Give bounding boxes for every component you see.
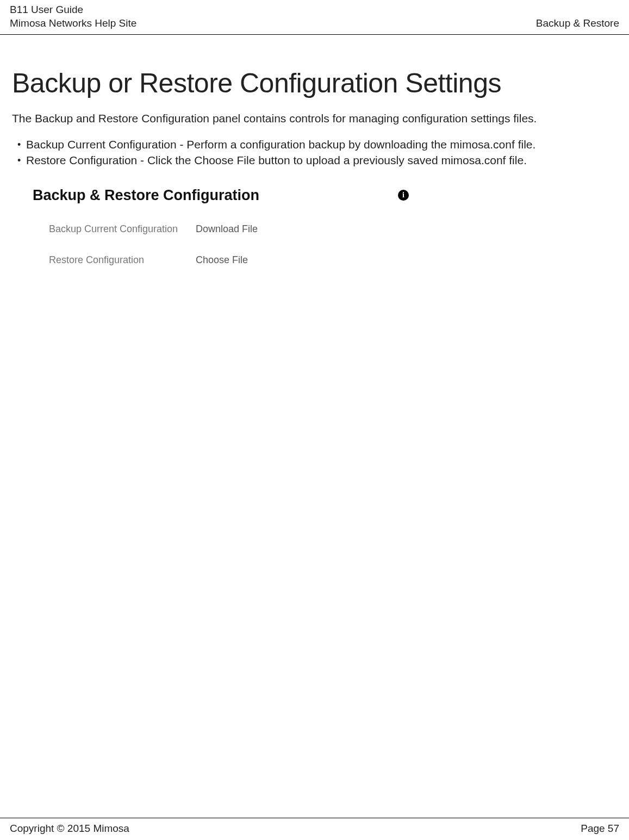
choose-file-button[interactable]: Choose File (196, 254, 248, 266)
page-footer: Copyright © 2015 Mimosa Page 57 (0, 818, 629, 835)
panel-row: Backup Current Configuration Download Fi… (49, 223, 413, 235)
bullet-list: Backup Current Configuration - Perform a… (12, 136, 617, 169)
list-item: Backup Current Configuration - Perform a… (26, 136, 617, 152)
header-guide-name: B11 User Guide (10, 3, 136, 17)
download-file-button[interactable]: Download File (196, 223, 258, 235)
header-section-name: Backup & Restore (536, 17, 619, 30)
page-content: Backup or Restore Configuration Settings… (0, 35, 629, 265)
backup-config-label: Backup Current Configuration (49, 223, 196, 235)
header-site-name: Mimosa Networks Help Site (10, 17, 136, 30)
restore-config-label: Restore Configuration (49, 254, 196, 266)
footer-copyright: Copyright © 2015 Mimosa (10, 823, 129, 835)
footer-page-number: Page 57 (581, 823, 619, 835)
info-icon: i (398, 190, 409, 201)
list-item: Restore Configuration - Click the Choose… (26, 152, 617, 168)
page-title: Backup or Restore Configuration Settings (12, 67, 617, 99)
panel-title: Backup & Restore Configuration (33, 187, 259, 204)
panel-row: Restore Configuration Choose File (49, 254, 413, 266)
intro-paragraph: The Backup and Restore Configuration pan… (12, 111, 617, 126)
page-header: B11 User Guide Mimosa Networks Help Site… (0, 0, 629, 35)
header-left: B11 User Guide Mimosa Networks Help Site (10, 3, 136, 30)
panel-title-row: Backup & Restore Configuration i (33, 187, 413, 204)
config-panel-screenshot: Backup & Restore Configuration i Backup … (33, 187, 413, 266)
